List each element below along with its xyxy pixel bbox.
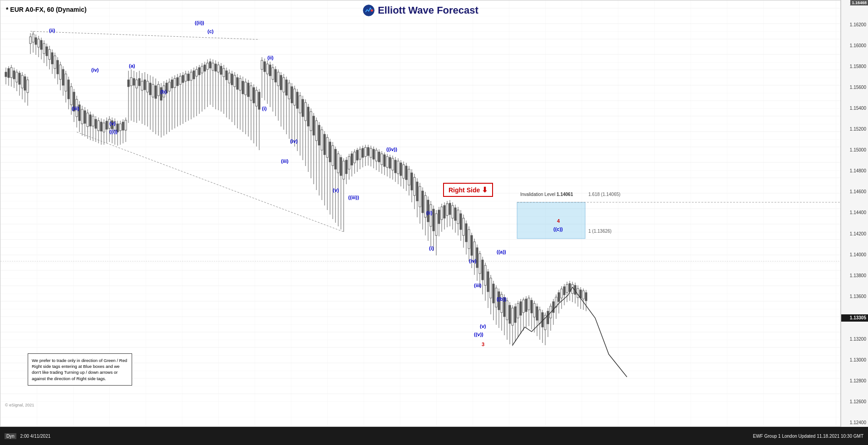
annotation-box: We prefer to trade only in direction of …	[28, 353, 132, 386]
price-15200: 1.15200	[841, 126, 868, 132]
svg-rect-350	[444, 205, 445, 218]
svg-rect-358	[454, 208, 456, 220]
svg-rect-192	[228, 73, 230, 83]
svg-rect-346	[438, 210, 440, 224]
bottom-bar: Dyn 2:00 4/11/2021 EWF Group 1 London Up…	[0, 427, 868, 445]
svg-rect-366	[465, 224, 467, 242]
svg-rect-220	[266, 64, 268, 74]
svg-rect-180	[212, 63, 214, 70]
wave-label-iii-2: (iii)	[281, 158, 289, 164]
price-13600: 1.13600	[841, 293, 868, 300]
svg-rect-258	[318, 125, 320, 145]
svg-rect-438	[563, 287, 565, 295]
svg-rect-232	[283, 78, 285, 92]
svg-rect-88	[87, 113, 89, 127]
svg-rect-40	[21, 75, 23, 88]
svg-rect-194	[231, 74, 233, 85]
svg-rect-268	[332, 146, 334, 166]
svg-rect-160	[185, 74, 187, 81]
svg-rect-408	[523, 300, 524, 313]
svg-rect-130	[144, 80, 146, 90]
svg-rect-234	[286, 80, 287, 95]
svg-rect-344	[435, 214, 437, 235]
price-13000: 1.13000	[841, 357, 868, 363]
svg-rect-44	[27, 80, 29, 93]
price-high-indicator: 1.16468	[850, 0, 868, 5]
svg-rect-290	[362, 148, 364, 157]
wave-label-b: (b)	[160, 89, 167, 94]
wave-label-a: (a)	[129, 63, 135, 68]
svg-rect-362	[460, 214, 462, 230]
wave-label-ivparen: ((iv))	[386, 147, 397, 152]
svg-rect-136	[152, 84, 154, 97]
svg-rect-330	[416, 182, 418, 201]
chart-title: * EUR A0-FX, 60 (Dynamic)	[6, 6, 87, 13]
svg-rect-174	[204, 65, 206, 71]
svg-rect-76	[70, 87, 72, 105]
svg-rect-118	[128, 80, 129, 87]
svg-rect-274	[340, 157, 342, 176]
svg-rect-252	[310, 112, 312, 131]
wave-label-aa: ((a))	[497, 249, 506, 254]
svg-rect-396	[506, 301, 508, 320]
svg-rect-314	[395, 160, 396, 173]
svg-rect-224	[272, 68, 274, 79]
wave-label-iiiparen: ((ii))	[195, 20, 204, 25]
svg-rect-116	[125, 120, 127, 130]
svg-rect-86	[84, 111, 86, 123]
svg-rect-56	[43, 44, 45, 54]
svg-rect-348	[441, 207, 443, 220]
wave-label-v-3: (v)	[480, 323, 486, 329]
svg-rect-454	[585, 293, 587, 301]
price-15000: 1.15000	[841, 147, 868, 153]
svg-rect-178	[209, 62, 211, 68]
svg-rect-202	[242, 81, 244, 94]
svg-rect-184	[217, 65, 219, 72]
svg-rect-276	[343, 161, 345, 179]
svg-rect-406	[520, 302, 522, 315]
svg-rect-264	[326, 137, 328, 157]
annotation-text: We prefer to trade only in direction of …	[32, 358, 127, 381]
svg-rect-378	[482, 260, 483, 280]
svg-rect-196	[234, 75, 236, 87]
svg-rect-404	[517, 303, 519, 318]
price-12600: 1.12600	[841, 399, 868, 405]
svg-rect-380	[484, 265, 486, 285]
svg-rect-262	[324, 134, 326, 155]
right-side-text: Right Side	[449, 186, 480, 194]
svg-rect-440	[566, 284, 568, 293]
wave-label-iv-1: (iv)	[91, 67, 99, 73]
svg-rect-150	[171, 80, 173, 88]
svg-rect-356	[452, 205, 454, 218]
right-side-box: Right Side ⬇	[443, 183, 493, 197]
svg-rect-222	[269, 65, 271, 76]
svg-rect-434	[558, 293, 560, 302]
invalidation-label: Invalidation Level 1.14061	[520, 192, 573, 197]
wave-label-bb: ((b))	[497, 296, 506, 302]
wave-label-i-2: (i)	[429, 245, 434, 251]
svg-rect-254	[313, 116, 315, 135]
svg-rect-214	[258, 92, 260, 109]
wave-label-i-1: (i)	[262, 106, 266, 111]
svg-rect-430	[552, 302, 554, 313]
svg-rect-266	[329, 142, 331, 162]
price-14800: 1.14800	[841, 168, 868, 174]
price-14200: 1.14200	[841, 231, 868, 237]
svg-rect-448	[577, 289, 579, 298]
svg-rect-286	[356, 150, 358, 160]
svg-rect-386	[493, 284, 494, 303]
svg-rect-210	[253, 88, 255, 103]
svg-rect-54	[40, 40, 42, 49]
svg-rect-74	[68, 80, 69, 99]
copyright: © eSignal, 2021	[5, 403, 34, 407]
price-15800: 1.15800	[841, 64, 868, 70]
wave-label-v-2: (v)	[333, 187, 339, 193]
svg-rect-96	[98, 121, 99, 131]
svg-rect-28	[5, 72, 7, 77]
wave-label-cc: ((c))	[553, 226, 563, 232]
svg-rect-92	[92, 116, 94, 126]
svg-rect-62	[51, 53, 53, 64]
svg-rect-48	[32, 34, 34, 42]
svg-rect-457	[517, 202, 585, 239]
svg-rect-208	[250, 86, 252, 100]
